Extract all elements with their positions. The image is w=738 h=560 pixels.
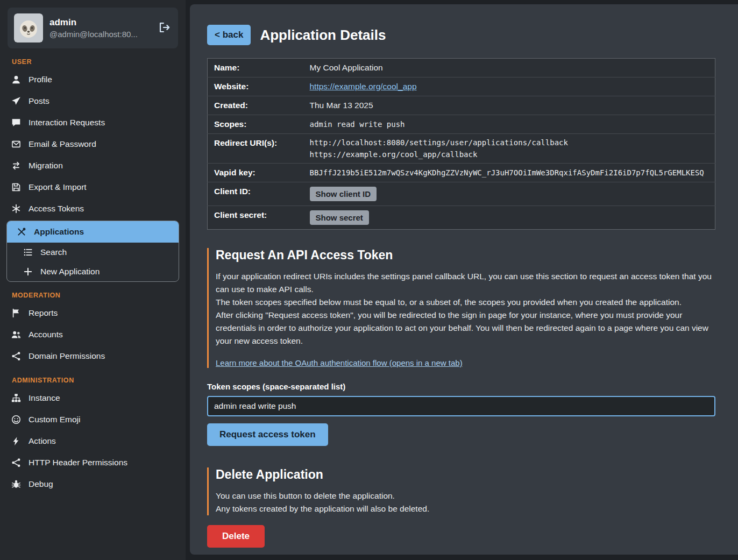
sidebar-item-label: Email & Password [29,139,96,149]
detail-row-client-id: Client ID: Show client ID [208,182,715,206]
detail-row-client-secret: Client secret: Show secret [208,206,715,230]
sidebar-item-label: Interaction Requests [29,118,105,127]
sidebar-item-new-application[interactable]: New Application [7,262,179,281]
detail-label-scopes: Scopes: [208,115,303,134]
user-meta: admin @admin@localhost:80... [49,17,151,39]
sidebar-item-label: Instance [29,393,60,403]
sidebar-item-interaction-requests[interactable]: Interaction Requests [0,112,186,133]
main-panel: < back Application Details Name: My Cool… [190,4,738,555]
detail-row-redirect-uris: Redirect URI(s): http://localhost:8080/s… [208,134,715,164]
sidebar-item-label: Posts [29,96,49,106]
detail-label-vapid-key: Vapid key: [208,164,303,182]
sidebar-item-search[interactable]: Search [7,243,179,262]
sidebar-item-reports[interactable]: Reports [0,302,186,324]
users-icon [11,330,21,339]
sidebar-item-migration[interactable]: Migration [0,155,186,176]
sidebar-item-label: New Application [40,267,100,277]
sidebar-item-label: Export & Import [29,182,87,192]
sitemap-icon [11,393,21,403]
sidebar-item-label: Profile [29,75,52,84]
detail-value-vapid-key: BBJffJ219b5iE512m7wQSzv4KgKDhgZZVzNyWC_r… [303,164,715,182]
sidebar-item-email-password[interactable]: Email & Password [0,133,186,155]
sidebar-item-access-tokens[interactable]: Access Tokens [0,198,186,219]
token-section-paragraph-3: After clicking "Request access token", y… [216,309,715,348]
sidebar-item-profile[interactable]: Profile [0,69,186,90]
detail-label-redirect-uris: Redirect URI(s): [208,134,303,164]
paper-plane-icon [11,96,21,106]
website-link[interactable]: https://example.org/cool_app [310,82,417,91]
detail-value-created: Thu Mar 13 2025 [303,96,715,115]
envelope-icon [11,139,21,149]
sidebar-item-label: Access Tokens [29,204,84,214]
sidebar-item-applications[interactable]: Applications [7,221,179,243]
bolt-icon [11,436,21,446]
applications-group: Applications Search New Application [6,221,179,282]
page-title: Application Details [260,27,386,44]
sidebar-item-label: Accounts [29,330,63,339]
app-details-table: Name: My Cool Application Website: https… [207,58,715,230]
token-scopes-label: Token scopes (space-separated list) [207,382,715,391]
sign-out-icon [159,22,171,33]
section-label-moderation: MODERATION [12,292,186,299]
sidebar-item-label: Applications [34,227,84,237]
delete-section-title: Delete Application [216,467,715,482]
floppy-disk-icon [11,182,21,192]
share-nodes-icon [11,458,21,467]
user-card: admin @admin@localhost:80... [8,8,178,48]
sidebar-item-actions[interactable]: Actions [0,430,186,452]
asterisk-token-icon [11,204,21,214]
share-nodes-icon [11,351,21,361]
delete-section-paragraph-2: Any tokens created by the application wi… [216,502,715,515]
sidebar-item-domain-permissions[interactable]: Domain Permissions [0,345,186,367]
user-icon [11,75,21,84]
detail-row-website: Website: https://example.org/cool_app [208,77,715,96]
detail-label-client-id: Client ID: [208,182,303,206]
sidebar-item-instance[interactable]: Instance [0,387,186,409]
sidebar-item-accounts[interactable]: Accounts [0,324,186,345]
sidebar-item-label: Debug [29,479,53,489]
detail-value-scopes: admin read write push [303,115,715,134]
delete-application-section: Delete Application You can use this butt… [207,467,715,515]
show-client-id-button[interactable]: Show client ID [310,187,377,201]
comment-icon [11,118,21,127]
sidebar: admin @admin@localhost:80... USER Profil… [0,0,186,560]
token-section-paragraph-1: If your application redirect URIs includ… [216,270,715,296]
section-label-administration: ADMINISTRATION [12,377,186,384]
redirect-uri-1: http://localhost:8080/settings/user/appl… [310,138,709,147]
token-scopes-input[interactable] [207,396,715,416]
logout-button[interactable] [158,20,172,36]
delete-button[interactable]: Delete [207,525,265,548]
sidebar-item-label: Domain Permissions [29,351,105,361]
delete-section-paragraph-1: You can use this button to delete the ap… [216,490,715,502]
oauth-docs-link[interactable]: Learn more about the OAuth authenticatio… [216,358,463,367]
plus-icon [23,267,33,277]
show-secret-button[interactable]: Show secret [310,210,369,225]
app-layout: admin @admin@localhost:80... USER Profil… [0,0,738,560]
avatar [14,13,43,42]
page-header: < back Application Details [207,25,715,45]
user-handle: @admin@localhost:80... [49,30,151,39]
detail-row-vapid-key: Vapid key: BBJffJ219b5iE512m7wQSzv4KgKDh… [208,164,715,182]
sidebar-item-label: Migration [29,161,63,171]
detail-label-website: Website: [208,77,303,96]
redirect-uri-2: https://example.org/cool_app/callback [310,150,709,159]
sidebar-item-http-header-permissions[interactable]: HTTP Header Permissions [0,452,186,473]
sidebar-item-label: HTTP Header Permissions [29,458,127,467]
sidebar-item-debug[interactable]: Debug [0,473,186,495]
detail-row-scopes: Scopes: admin read write push [208,115,715,134]
detail-label-created: Created: [208,96,303,115]
detail-label-client-secret: Client secret: [208,206,303,230]
detail-value-name: My Cool Application [303,59,715,77]
detail-row-name: Name: My Cool Application [208,59,715,77]
sidebar-item-posts[interactable]: Posts [0,90,186,112]
bug-icon [11,479,21,489]
detail-row-created: Created: Thu Mar 13 2025 [208,96,715,115]
back-button[interactable]: < back [207,25,251,45]
detail-label-name: Name: [208,59,303,77]
sidebar-item-export-import[interactable]: Export & Import [0,176,186,198]
token-section-paragraph-2: The token scopes specified below must be… [216,296,715,309]
smiley-icon [11,415,21,424]
request-access-token-button[interactable]: Request access token [207,423,328,446]
sidebar-item-custom-emoji[interactable]: Custom Emoji [0,409,186,430]
token-request-section: Request An API Access Token If your appl… [207,248,715,368]
